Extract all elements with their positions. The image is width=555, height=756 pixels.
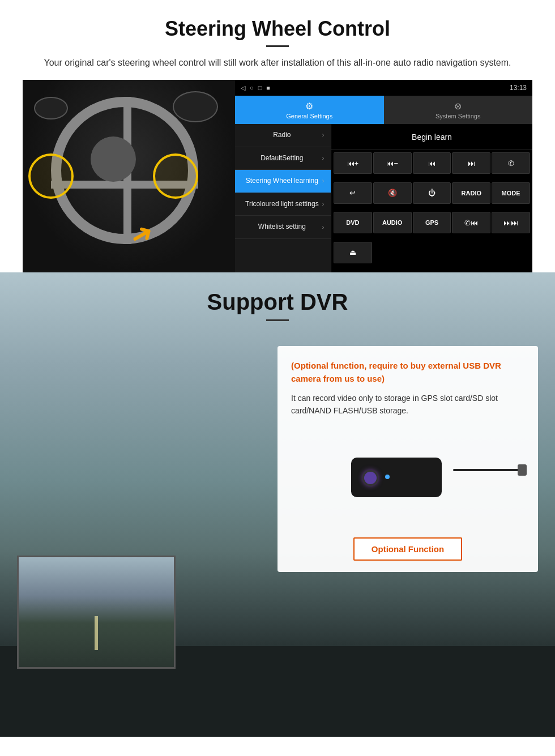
android-menu: Radio › DefaultSetting › Steering Wheel …	[235, 124, 331, 272]
dvr-section: Support DVR (Optional function, require …	[0, 272, 555, 737]
android-tabs: ⚙ General Settings ⊛ System Settings	[235, 96, 532, 124]
ctrl-call-prev[interactable]: ✆⏮	[452, 212, 490, 233]
menu-default-chevron: ›	[322, 155, 324, 161]
ctrl-call[interactable]: ✆	[492, 152, 530, 174]
dvr-camera-main-body	[351, 458, 442, 497]
road-scene	[19, 557, 174, 667]
title-divider	[266, 45, 289, 47]
dvr-title: Support DVR	[0, 289, 555, 315]
android-right-panel: Begin learn ⏮+ ⏮− ⏮ ⏭ ✆ ↩ 🔇 ⏻ RADIO MODE…	[331, 124, 532, 272]
menu-tricoloured-chevron: ›	[322, 201, 324, 207]
ctrl-gps[interactable]: GPS	[413, 212, 451, 233]
ctrl-power[interactable]: ⏻	[413, 182, 451, 204]
android-screen: ◁ ○ □ ■ 13:13 ⚙ General Settings ⊛ Syste…	[235, 80, 532, 272]
system-settings-icon: ⊛	[454, 101, 462, 112]
menu-whitelist-label: Whitelist setting	[242, 223, 322, 232]
menu-default-label: DefaultSetting	[242, 154, 322, 163]
dvr-camera-image	[291, 426, 524, 528]
control-buttons-grid: ⏮+ ⏮− ⏮ ⏭ ✆ ↩ 🔇 ⏻ RADIO MODE DVD AUDIO G…	[331, 150, 532, 272]
dvr-header: Support DVR	[0, 272, 555, 330]
sw-center-hub	[91, 136, 136, 182]
menu-item-whitelist[interactable]: Whitelist setting ›	[235, 216, 331, 239]
ctrl-mute[interactable]: 🔇	[373, 182, 412, 204]
tab-system-settings[interactable]: ⊛ System Settings	[384, 96, 533, 124]
dvr-title-divider	[266, 319, 289, 321]
sw-highlight-right	[153, 153, 198, 199]
ctrl-dvd[interactable]: DVD	[334, 212, 372, 233]
nav-home-icon: ○	[250, 84, 254, 91]
dvr-description-text: It can record video only to storage in G…	[291, 392, 524, 417]
menu-tricoloured-label: Tricoloured light settings	[242, 200, 322, 209]
demo-container: ➜ ◁ ○ □ ■ 13:13 ⚙ General Settings	[23, 80, 532, 272]
android-main-content: Radio › DefaultSetting › Steering Wheel …	[235, 124, 532, 272]
dvr-cable-usb-end	[518, 464, 527, 476]
optional-function-button[interactable]: Optional Function	[353, 537, 462, 561]
menu-steering-chevron: ›	[322, 178, 324, 184]
section-subtitle: Your original car's steering wheel contr…	[23, 56, 532, 70]
sw-gauge-left	[34, 97, 68, 119]
dvr-camera-lens	[362, 470, 378, 486]
menu-item-defaultsetting[interactable]: DefaultSetting ›	[235, 147, 331, 170]
ctrl-next[interactable]: ⏭	[452, 152, 490, 174]
dvr-camera-body	[351, 452, 464, 503]
sw-gauge-right	[173, 91, 218, 122]
nav-extra-icon: ■	[266, 84, 270, 91]
dvr-camera-led	[385, 475, 390, 479]
road-center-line	[95, 616, 98, 650]
status-time: 13:13	[510, 84, 527, 92]
nav-recents-icon: □	[258, 84, 262, 91]
menu-radio-label: Radio	[242, 131, 322, 140]
general-settings-icon: ⚙	[305, 101, 313, 112]
menu-item-radio[interactable]: Radio ›	[235, 124, 331, 147]
page-title: Steering Wheel Control	[23, 17, 532, 41]
menu-whitelist-chevron: ›	[322, 224, 324, 230]
steering-photo: ➜	[23, 80, 235, 272]
sw-highlight-left	[28, 153, 74, 199]
ctrl-hangup[interactable]: ↩	[334, 182, 372, 204]
nav-back-icon: ◁	[241, 84, 245, 92]
status-nav-icons: ◁ ○ □ ■	[241, 84, 270, 92]
dvr-optional-text: (Optional function, require to buy exter…	[291, 360, 524, 385]
menu-item-steering-wheel[interactable]: Steering Wheel learning ›	[235, 170, 331, 193]
tab-general-settings[interactable]: ⚙ General Settings	[235, 96, 384, 124]
menu-steering-label: Steering Wheel learning	[242, 177, 322, 186]
ctrl-audio[interactable]: AUDIO	[373, 212, 412, 233]
menu-radio-chevron: ›	[322, 132, 324, 138]
steering-section: Steering Wheel Control Your original car…	[0, 0, 555, 272]
dvr-info-card: (Optional function, require to buy exter…	[278, 346, 538, 572]
ctrl-extra[interactable]: ⏏	[334, 242, 372, 263]
dvr-camera-view-thumbnail	[17, 556, 176, 669]
android-status-bar: ◁ ○ □ ■ 13:13	[235, 80, 532, 96]
ctrl-radio[interactable]: RADIO	[452, 182, 490, 204]
ctrl-prev[interactable]: ⏮	[413, 152, 451, 174]
menu-item-tricoloured[interactable]: Tricoloured light settings ›	[235, 193, 331, 216]
tab-system-label: System Settings	[436, 113, 480, 119]
ctrl-mode[interactable]: MODE	[492, 182, 530, 204]
ctrl-ff[interactable]: ⏭⏭	[492, 212, 530, 233]
ctrl-vol-up[interactable]: ⏮+	[334, 152, 372, 174]
begin-learn-button[interactable]: Begin learn	[412, 133, 452, 142]
dvr-camera-cable	[453, 469, 521, 471]
tab-general-label: General Settings	[286, 113, 332, 119]
begin-learn-row: Begin learn	[331, 124, 532, 150]
ctrl-vol-down[interactable]: ⏮−	[373, 152, 412, 174]
